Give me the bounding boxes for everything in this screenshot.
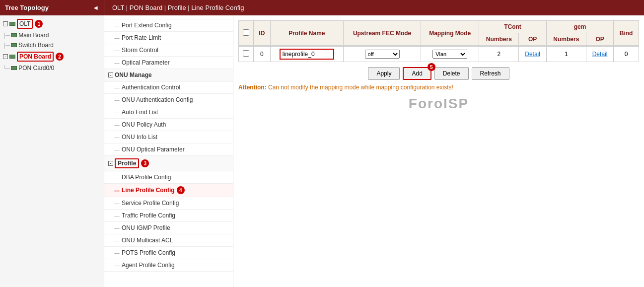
table-row: 0 off on: [239, 47, 639, 62]
row-checkbox[interactable]: [243, 50, 249, 57]
nav-onu-igmp[interactable]: ONU IGMP Profile: [104, 222, 233, 234]
nav-service-profile[interactable]: Service Profile Config: [104, 197, 233, 210]
row-upstream-fec-cell: off on: [344, 47, 421, 62]
breadcrumb-bar: OLT | PON Board | Profile | Line Profile…: [104, 0, 644, 15]
nav-port-extend[interactable]: Port Extend Config: [104, 19, 233, 32]
line-h: ├─: [3, 33, 10, 38]
nav-onu-policy[interactable]: ONU Policy Auth: [104, 119, 233, 131]
badge-4: 4: [177, 186, 185, 194]
watermark: ForoISP: [238, 96, 639, 112]
expand-icon-pon: -: [3, 54, 8, 59]
sidebar-item-switchboard[interactable]: ├─ Switch Board: [0, 40, 104, 50]
apply-button[interactable]: Apply: [368, 67, 400, 80]
expand-icon-onu: -: [108, 72, 113, 77]
badge-3: 3: [141, 159, 149, 167]
poncard-label[interactable]: PON Card0/0: [18, 65, 54, 72]
sidebar-tree: - OLT 1 ├─ Main Board ├─ Switch Board -: [0, 15, 104, 75]
nav-panel: Port Extend Config Port Rate Limit Storm…: [104, 15, 233, 287]
nav-line-profile[interactable]: Line Profile Config 4: [104, 184, 233, 197]
th-gem-numbers: Numbers: [546, 33, 586, 46]
config-panel: ID Profile Name Upstream FEC Mode Mappin…: [233, 15, 644, 287]
row-gem-op[interactable]: Detail: [586, 47, 613, 62]
mainboard-label[interactable]: Main Board: [18, 32, 49, 39]
nav-port-rate[interactable]: Port Rate Limit: [104, 32, 233, 44]
nav-auth-control[interactable]: Authentication Control: [104, 81, 233, 94]
badge-2: 2: [56, 53, 64, 61]
ponboard-label[interactable]: PON Board: [17, 52, 54, 62]
row-gem-numbers: 1: [546, 47, 586, 62]
nav-agent-profile[interactable]: Agent Profile Config: [104, 259, 233, 272]
watermark-text: ForoISP: [409, 96, 469, 111]
mapping-mode-select[interactable]: Vlan GEM: [432, 50, 467, 59]
attention-text: Attention: Can not modify the mapping mo…: [238, 84, 639, 91]
gem-detail-link[interactable]: Detail: [592, 51, 608, 58]
upstream-fec-select[interactable]: off on: [365, 50, 400, 59]
sidebar-item-ponboard[interactable]: - PON Board 2: [0, 50, 104, 63]
mainboard-icon: [11, 33, 17, 37]
th-select: [239, 21, 254, 46]
content-area: OLT | PON Board | Profile | Line Profile…: [104, 0, 644, 287]
nav-onu-auth-config[interactable]: ONU Authentication Config: [104, 94, 233, 106]
nav-auto-find[interactable]: Auto Find List: [104, 106, 233, 119]
add-button[interactable]: Add: [403, 67, 431, 80]
nav-dba-profile[interactable]: DBA Profile Config: [104, 171, 233, 184]
expand-icon-profile: -: [108, 161, 113, 166]
th-gem-op: OP: [586, 33, 613, 46]
line-h3: └─: [3, 66, 10, 71]
nav-traffic-profile[interactable]: Traffic Profile Config: [104, 210, 233, 222]
badge-1: 1: [35, 20, 43, 28]
th-upstream-fec: Upstream FEC Mode: [344, 21, 421, 46]
th-tcont-op: OP: [519, 33, 546, 46]
nav-onu-manage[interactable]: - ONU Manage: [104, 69, 233, 81]
expand-icon-olt: -: [3, 21, 8, 26]
nav-onu-multicast[interactable]: ONU Multicast ACL: [104, 234, 233, 247]
poncard-icon: [11, 66, 17, 70]
th-tcont-numbers: Numbers: [479, 33, 519, 46]
nav-onu-info[interactable]: ONU Info List: [104, 131, 233, 144]
th-tcont: TCont: [479, 21, 546, 33]
content-main: Port Extend Config Port Rate Limit Storm…: [104, 15, 644, 287]
olt-icon: [9, 22, 15, 26]
onu-manage-label: ONU Manage: [115, 72, 152, 78]
th-id: ID: [254, 21, 271, 46]
nav-pots-profile[interactable]: POTS Profile Config: [104, 247, 233, 259]
nav-optical-param[interactable]: Optical Parameter: [104, 57, 233, 69]
sidebar-header: Tree Topology ◄: [0, 0, 104, 15]
ponboard-icon: [9, 55, 15, 59]
row-bind-number: 0: [614, 47, 639, 62]
th-gem: gem: [546, 21, 613, 33]
row-mapping-mode-cell: Vlan GEM: [421, 47, 479, 62]
sidebar-item-olt[interactable]: - OLT 1: [0, 17, 104, 30]
olt-label[interactable]: OLT: [17, 19, 33, 29]
sidebar: Tree Topology ◄ - OLT 1 ├─ Main Board ├─…: [0, 0, 104, 287]
tcont-detail-link[interactable]: Detail: [525, 51, 540, 58]
sidebar-arrow[interactable]: ◄: [92, 4, 99, 11]
select-all-checkbox[interactable]: [243, 29, 249, 36]
refresh-button[interactable]: Refresh: [472, 67, 509, 80]
line-profile-label: Line Profile Config: [122, 187, 175, 194]
row-id: 0: [254, 47, 271, 62]
attention-label: Attention:: [238, 84, 267, 91]
switchboard-label[interactable]: Switch Board: [18, 42, 54, 49]
delete-button[interactable]: Delete: [434, 67, 469, 80]
profile-section-label: Profile: [115, 158, 139, 168]
row-tcont-op[interactable]: Detail: [519, 47, 546, 62]
th-mapping-mode: Mapping Mode: [421, 21, 479, 46]
config-table: ID Profile Name Upstream FEC Mode Mappin…: [238, 20, 639, 62]
sidebar-item-poncard[interactable]: └─ PON Card0/0: [0, 63, 104, 73]
line-h2: ├─: [3, 43, 10, 48]
sidebar-item-mainboard[interactable]: ├─ Main Board: [0, 30, 104, 40]
action-bar: Apply Add 5 Delete Refresh: [238, 67, 639, 80]
profile-name-input[interactable]: [280, 49, 334, 60]
nav-onu-optical[interactable]: ONU Optical Parameter: [104, 144, 233, 156]
nav-profile-section[interactable]: - Profile 3: [104, 156, 233, 171]
row-tcont-numbers: 2: [479, 47, 519, 62]
sidebar-title: Tree Topology: [5, 4, 49, 11]
row-profile-name-cell: [270, 47, 343, 62]
th-bind: Bind: [614, 21, 639, 46]
breadcrumb: OLT | PON Board | Profile | Line Profile…: [112, 4, 244, 11]
badge-5: 5: [428, 63, 435, 71]
th-profile-name: Profile Name: [270, 21, 343, 46]
row-checkbox-cell[interactable]: [239, 47, 254, 62]
nav-storm-control[interactable]: Storm Control: [104, 44, 233, 57]
